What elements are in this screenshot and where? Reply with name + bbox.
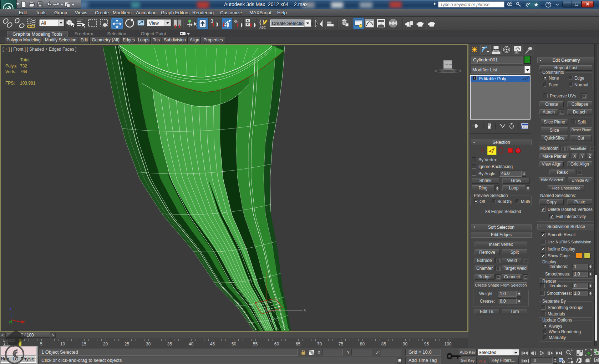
svg-text:z: z	[10, 307, 11, 310]
svg-text:X: X	[304, 308, 306, 312]
svg-text:View: View	[149, 20, 159, 26]
svg-text:FRONT: FRONT	[445, 64, 452, 66]
svg-text:ABC: ABC	[259, 26, 266, 29]
svg-text:All: All	[41, 20, 46, 26]
svg-text:y: y	[9, 320, 11, 324]
svg-text:?: ?	[547, 2, 549, 7]
